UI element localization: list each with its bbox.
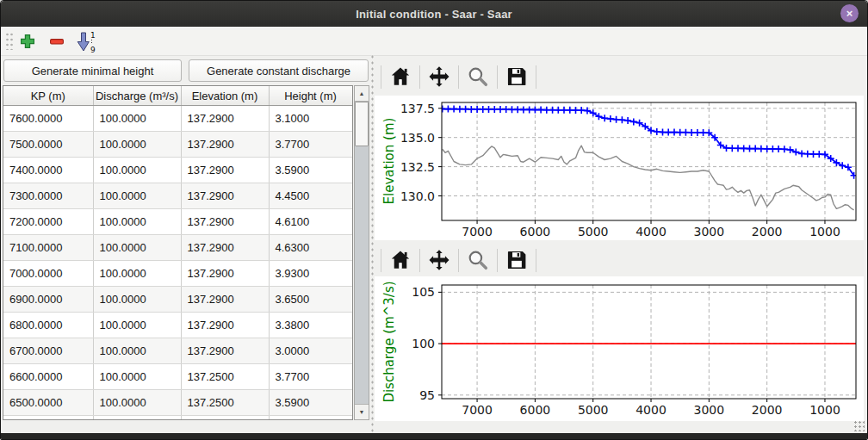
- svg-text:7000: 7000: [462, 225, 493, 239]
- table-cell[interactable]: 4.6300: [269, 235, 352, 261]
- table-cell[interactable]: 137.2500: [181, 390, 269, 416]
- table-scrollbar[interactable]: ▲ ▼: [354, 85, 369, 420]
- table-cell[interactable]: 100.0000: [93, 183, 181, 209]
- table-cell[interactable]: 6900.0000: [3, 287, 93, 313]
- column-header[interactable]: Height (m): [269, 86, 352, 106]
- table-row: 7300.0000100.0000137.29004.4500: [3, 183, 352, 209]
- sort-button[interactable]: 1 9: [73, 29, 101, 53]
- home-button[interactable]: [388, 64, 413, 90]
- table-cell[interactable]: 137.2900: [181, 158, 269, 183]
- remove-row-button[interactable]: [45, 29, 69, 53]
- window: Initial condition - Saar - Saar × 1 9: [0, 0, 868, 440]
- table-cell[interactable]: 3.0000: [269, 338, 352, 364]
- generate-minimal-height-button[interactable]: Generate minimal height: [3, 59, 182, 82]
- generate-constant-discharge-button[interactable]: Generate constant discharge: [189, 59, 369, 82]
- zoom-icon: [467, 65, 489, 88]
- table-cell[interactable]: 100.0000: [93, 287, 181, 313]
- close-button[interactable]: ×: [840, 4, 859, 22]
- table-row: 7500.0000100.0000137.29003.7700: [3, 132, 352, 158]
- table-cell[interactable]: 7400.0000: [3, 158, 93, 183]
- scroll-up-button[interactable]: ▲: [355, 86, 369, 102]
- table-cell[interactable]: 7200.0000: [3, 209, 93, 235]
- table-cell[interactable]: 7300.0000: [3, 183, 93, 209]
- table-cell[interactable]: 100.0000: [93, 158, 181, 183]
- remove-icon: [48, 33, 65, 50]
- svg-text:130.0: 130.0: [400, 189, 435, 203]
- sort-ascending-icon: 1 9: [76, 30, 99, 53]
- column-header[interactable]: Discharge (m³/s): [93, 86, 181, 106]
- pan-button[interactable]: [426, 247, 452, 273]
- table-cell[interactable]: 137.2900: [181, 287, 269, 313]
- table-cell[interactable]: 100.0000: [93, 209, 181, 235]
- table-cell[interactable]: 3.6500: [269, 287, 352, 313]
- table-row: 6700.0000100.0000137.29003.0000: [3, 338, 352, 364]
- save-button[interactable]: [504, 64, 530, 90]
- table-cell[interactable]: 137.2500: [181, 364, 269, 390]
- table-cell[interactable]: 100.0000: [93, 235, 181, 261]
- table-cell[interactable]: 4.6100: [269, 209, 352, 235]
- svg-text:2000: 2000: [752, 225, 783, 239]
- table-cell[interactable]: 6500.0000: [3, 390, 93, 416]
- table-cell[interactable]: 3.5900: [269, 390, 352, 416]
- scroll-thumb[interactable]: [355, 102, 369, 146]
- table-cell[interactable]: 3.1000: [269, 106, 352, 132]
- table-row: 6800.0000100.0000137.29003.3800: [3, 313, 352, 338]
- svg-text:132.5: 132.5: [400, 160, 435, 174]
- table-cell[interactable]: 100.0000: [93, 106, 181, 132]
- resize-grip[interactable]: [853, 420, 865, 431]
- table-cell[interactable]: 137.2900: [181, 106, 269, 132]
- table-row-partial: [3, 416, 352, 421]
- home-button[interactable]: [388, 247, 413, 273]
- table-cell[interactable]: 100.0000: [93, 132, 181, 158]
- table-cell[interactable]: 7000.0000: [3, 261, 93, 287]
- zoom-button[interactable]: [465, 64, 491, 90]
- table-cell[interactable]: 3.3800: [269, 313, 352, 338]
- svg-text:5000: 5000: [578, 403, 609, 417]
- table-cell[interactable]: 3.7700: [269, 132, 352, 158]
- table-cell[interactable]: 7100.0000: [3, 235, 93, 261]
- discharge-plot[interactable]: 700060005000400030002000100095100105: [375, 276, 864, 421]
- toolbar-grip[interactable]: [5, 32, 13, 50]
- scroll-down-button[interactable]: ▼: [355, 404, 369, 419]
- table-cell[interactable]: 137.2900: [181, 132, 269, 158]
- table-cell[interactable]: 7600.0000: [3, 106, 93, 132]
- table-cell[interactable]: 3.9300: [269, 261, 352, 287]
- home-icon: [389, 249, 412, 271]
- add-row-button[interactable]: [16, 29, 40, 53]
- table-row: 7200.0000100.0000137.29004.6100: [3, 209, 352, 235]
- table-cell[interactable]: 4.4500: [269, 183, 352, 209]
- table-row: 6500.0000100.0000137.25003.5900: [3, 390, 352, 416]
- table-cell[interactable]: 137.2900: [181, 338, 269, 364]
- title-bar[interactable]: Initial condition - Saar - Saar ×: [1, 1, 867, 28]
- table-cell[interactable]: 6600.0000: [3, 364, 93, 390]
- pan-icon: [428, 249, 450, 271]
- table-cell[interactable]: 100.0000: [93, 390, 181, 416]
- table-cell[interactable]: 137.2900: [181, 261, 269, 287]
- table-cell[interactable]: 7500.0000: [3, 132, 93, 158]
- zoom-icon: [467, 249, 489, 271]
- zoom-button[interactable]: [465, 247, 491, 273]
- home-icon: [389, 65, 412, 88]
- save-button[interactable]: [504, 247, 530, 273]
- svg-text:5000: 5000: [578, 225, 609, 239]
- table-cell[interactable]: 137.2900: [181, 313, 269, 338]
- column-header[interactable]: KP (m): [3, 86, 93, 106]
- pan-button[interactable]: [426, 64, 452, 90]
- table-row: 7000.0000100.0000137.29003.9300: [3, 261, 352, 287]
- table-cell[interactable]: 6700.0000: [3, 338, 93, 364]
- table-cell[interactable]: 137.2900: [181, 209, 269, 235]
- table-cell[interactable]: 100.0000: [93, 313, 181, 338]
- table-cell[interactable]: 100.0000: [93, 261, 181, 287]
- elevation-plot-toolbar: [375, 62, 542, 91]
- initial-condition-table: KP (m)Discharge (m³/s)Elevation (m)Heigh…: [3, 85, 353, 420]
- table-cell[interactable]: 3.5900: [269, 158, 352, 183]
- table-cell[interactable]: 100.0000: [93, 338, 181, 364]
- table-cell[interactable]: 100.0000: [93, 364, 181, 390]
- elevation-plot[interactable]: 7000600050004000300020001000130.0132.513…: [375, 96, 864, 240]
- svg-text:6000: 6000: [520, 403, 551, 417]
- column-header[interactable]: Elevation (m): [181, 86, 269, 106]
- table-cell[interactable]: 137.2900: [181, 235, 269, 261]
- table-cell[interactable]: 6800.0000: [3, 313, 93, 338]
- table-cell[interactable]: 137.2900: [181, 183, 269, 209]
- table-cell[interactable]: 3.7700: [269, 364, 352, 390]
